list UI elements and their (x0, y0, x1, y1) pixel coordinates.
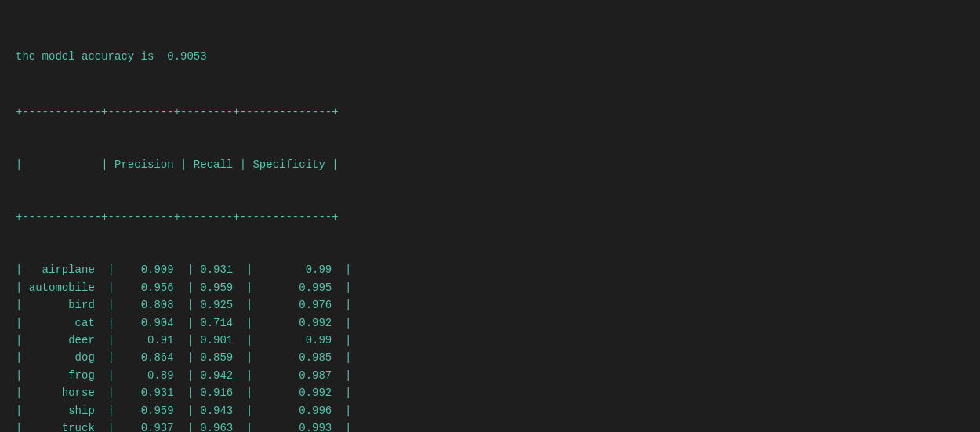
table-row: | truck | 0.937 | 0.963 | 0.993 | (16, 419, 964, 432)
table-row: | dog | 0.864 | 0.859 | 0.985 | (16, 349, 964, 366)
table-row: | horse | 0.931 | 0.916 | 0.992 | (16, 384, 964, 401)
table-rows: | airplane | 0.909 | 0.931 | 0.99 || aut… (16, 261, 964, 432)
output-area: the model accuracy is 0.9053 +----------… (16, 13, 964, 432)
table-row: | automobile | 0.956 | 0.959 | 0.995 | (16, 279, 964, 296)
table-row: | frog | 0.89 | 0.942 | 0.987 | (16, 367, 964, 384)
accuracy-line: the model accuracy is 0.9053 (16, 48, 964, 65)
table-row: | ship | 0.959 | 0.943 | 0.996 | (16, 402, 964, 419)
table-row: | airplane | 0.909 | 0.931 | 0.99 | (16, 261, 964, 278)
table-row: | deer | 0.91 | 0.901 | 0.99 | (16, 332, 964, 349)
header-row: | | Precision | Recall | Specificity | (16, 156, 964, 173)
separator-mid: +------------+----------+--------+------… (16, 209, 964, 226)
table-row: | cat | 0.904 | 0.714 | 0.992 | (16, 314, 964, 332)
separator-top: +------------+----------+--------+------… (16, 103, 964, 121)
table-row: | bird | 0.808 | 0.925 | 0.976 | (16, 296, 964, 314)
